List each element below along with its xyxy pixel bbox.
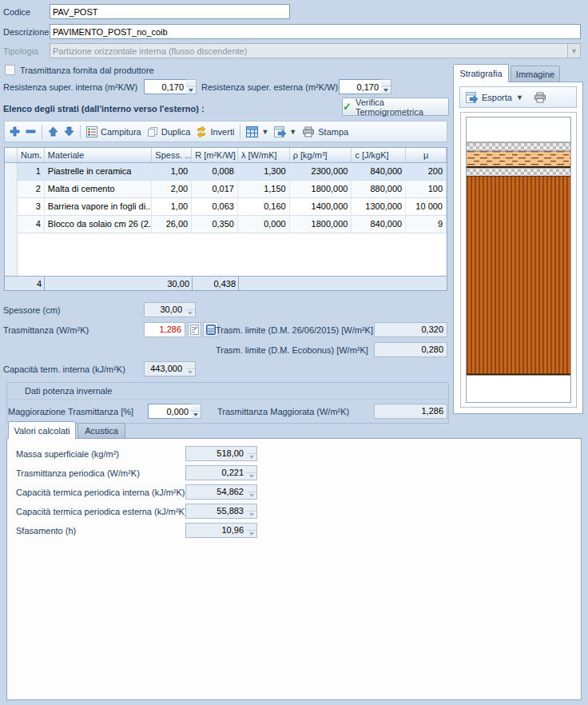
resistenza-interna-input[interactable] <box>144 79 187 94</box>
descrizione-input[interactable] <box>50 24 581 39</box>
inverti-button[interactable]: Inverti <box>196 126 234 137</box>
massa-superficiale-value: 518,00 <box>185 446 248 461</box>
cell-mu: 200 <box>406 163 447 180</box>
cell-mu: 10 000 <box>406 198 447 215</box>
layers-table-footer: 4 30,00 0,438 <box>5 276 447 290</box>
header-c[interactable]: c [J/kgK] <box>352 148 406 162</box>
trasmittanza-value[interactable]: 1,286 <box>144 322 185 337</box>
duplica-button[interactable]: Duplica <box>147 126 191 137</box>
sfasamento-label: Sfasamento (h) <box>16 526 76 536</box>
tipologia-dropdown-icon[interactable]: ▼ <box>567 44 580 58</box>
table-row[interactable]: 2 Malta di cemento 2,00 0,017 1,150 1800… <box>5 181 447 198</box>
campitura-icon <box>86 126 97 137</box>
stampa-button[interactable]: Stampa <box>302 126 348 137</box>
cell-rho: 1800,000 <box>290 181 352 197</box>
verifica-termoigrometrica-button[interactable]: ✓ Verifica Termoigrometrica <box>342 98 449 116</box>
header-selector <box>5 148 18 162</box>
duplica-icon <box>147 126 158 137</box>
cell-spess: 2,00 <box>152 181 192 197</box>
tab-immagine[interactable]: Immagine <box>511 66 560 82</box>
verifica-button-label: Verifica Termoigrometrica <box>356 98 448 117</box>
limite1-label: Trasm. limite (D.M. 26/06/2015) [W/m²K] <box>216 325 373 335</box>
edit-list-button[interactable] <box>188 322 201 337</box>
massa-superficiale-label: Massa superficiale (kg/m²) <box>16 449 119 459</box>
app-window: Codice Descrizione Tipologia ▼ Trasmitta… <box>0 0 588 705</box>
spessore-value: 30,00 <box>144 302 186 317</box>
resistenza-esterna-input[interactable] <box>339 79 382 94</box>
resistenza-esterna-stepper[interactable] <box>381 79 391 94</box>
esporta-label[interactable]: Esporta <box>482 93 512 102</box>
cell-lambda: 0,000 <box>238 216 290 233</box>
tab-stratigrafia[interactable]: Stratigrafia <box>453 64 509 82</box>
grid-icon <box>246 126 258 137</box>
grid-options-button[interactable]: ▼ <box>246 126 268 137</box>
cell-c: 840,000 <box>352 163 406 180</box>
inverti-label: Inverti <box>210 127 234 137</box>
add-layer-icon[interactable] <box>10 126 20 137</box>
campitura-button[interactable]: Campitura <box>86 126 141 137</box>
chevron-down-icon: ▼ <box>261 128 268 136</box>
stampa-label: Stampa <box>318 127 348 137</box>
capacita-value: 443,000 <box>144 361 186 376</box>
maggiorazione-stepper[interactable] <box>191 404 201 419</box>
cell-mu: 9 <box>406 216 447 233</box>
chevron-down-icon[interactable]: ▼ <box>516 94 523 102</box>
producer-checkbox[interactable] <box>5 65 15 75</box>
move-down-icon[interactable] <box>64 126 74 137</box>
limite2-value: 0,280 <box>374 342 447 357</box>
print-stratigrafia-icon[interactable] <box>534 92 546 103</box>
cell-mu: 100 <box>406 181 447 197</box>
producer-checkbox-label: Trasmittanza fornita dal produttore <box>20 66 154 75</box>
tab-acustica[interactable]: Acustica <box>77 423 125 439</box>
grid-export-button[interactable]: ▼ <box>274 126 296 137</box>
resistenza-esterna-label: Resistenza super. esterna (m²K/W) <box>201 82 338 92</box>
cell-r: 0,350 <box>192 216 238 233</box>
toolbar-separator <box>80 125 81 139</box>
header-mu[interactable]: μ <box>406 148 447 162</box>
calculator-icon <box>206 325 216 335</box>
header-spess[interactable]: Spess. ... <box>152 148 192 162</box>
trasmittanza-label: Trasmittanza (W/m²K) <box>3 325 89 335</box>
table-row[interactable]: 3 Barriera vapore in fogli di... 1,00 0,… <box>5 198 447 216</box>
cell-materiale: Piastrelle in ceramica <box>45 163 152 180</box>
stratigraphy-frame <box>460 112 577 408</box>
table-row[interactable]: 1 Piastrelle in ceramica 1,00 0,008 1,30… <box>5 163 447 181</box>
header-r[interactable]: R [m²K/W] <box>192 148 238 162</box>
tipologia-label: Tipologia <box>3 46 38 56</box>
massa-superficiale-stepper <box>247 446 257 461</box>
cell-r: 0,008 <box>192 163 238 180</box>
maggiorazione-input[interactable] <box>148 404 192 419</box>
move-up-icon[interactable] <box>48 126 58 137</box>
stratigraphy-svg <box>467 118 570 402</box>
chevron-down-icon: ▼ <box>289 128 296 136</box>
spessore-stepper <box>185 302 196 317</box>
codice-input[interactable] <box>50 4 290 19</box>
tipologia-select[interactable] <box>50 43 581 58</box>
cell-rho: 1800,000 <box>290 216 352 233</box>
header-lambda[interactable]: λ [W/mK] <box>238 148 290 162</box>
descrizione-label: Descrizione <box>3 27 49 37</box>
trasmittanza-periodica-stepper <box>247 465 257 480</box>
resistenza-interna-stepper[interactable] <box>186 79 197 94</box>
limite2-label: Trasm. limite (D.M. Ecobonus) [W/m²K] <box>216 345 368 355</box>
trasmittanza-periodica-value: 0,221 <box>185 465 248 480</box>
cell-c: 880,000 <box>352 181 406 197</box>
cell-lambda: 0,160 <box>238 198 290 215</box>
table-row[interactable]: 4 Blocco da solaio cm 26 (2... 26,00 0,3… <box>5 216 447 233</box>
capacita-periodica-interna-label: Capacità termica periodica interna (kJ/m… <box>16 488 185 497</box>
cell-rho: 1400,000 <box>290 198 352 215</box>
header-materiale[interactable]: Materiale <box>45 148 152 162</box>
cell-materiale: Malta di cemento <box>45 181 152 197</box>
stratigraphy-drawing <box>466 117 571 403</box>
limite1-value: 0,320 <box>374 322 447 337</box>
cell-spess: 1,00 <box>152 198 192 215</box>
header-rho[interactable]: ρ [kg/m³] <box>290 148 352 162</box>
cell-lambda: 1,150 <box>238 181 290 197</box>
header-num[interactable]: Num. <box>18 148 45 162</box>
tab-valori-calcolati[interactable]: Valori calcolati <box>8 421 76 439</box>
cell-rho: 2300,000 <box>290 163 352 180</box>
capacita-stepper <box>185 361 196 376</box>
cell-num: 3 <box>18 198 45 215</box>
remove-layer-icon[interactable] <box>26 126 36 137</box>
cell-materiale: Barriera vapore in fogli di... <box>45 198 152 215</box>
